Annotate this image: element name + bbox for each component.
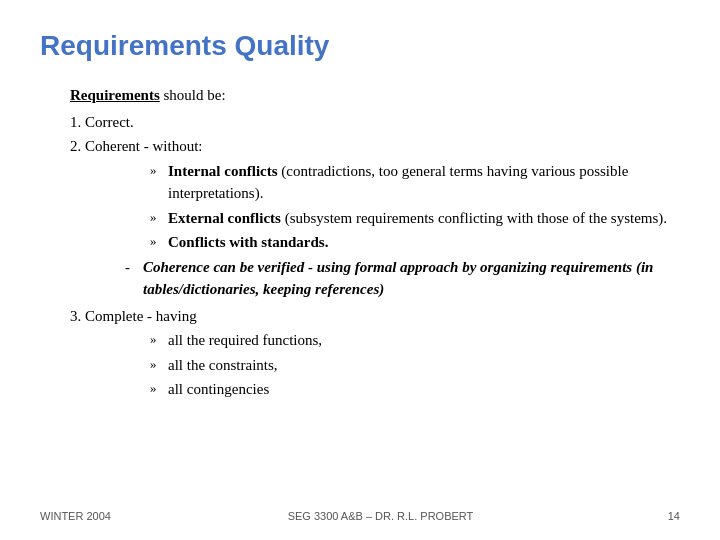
requirements-label: Requirements — [70, 87, 160, 103]
item3-bullet-3: » all contingencies — [150, 378, 680, 401]
item3-text-3: all contingencies — [168, 378, 680, 401]
bullet-internal: » Internal conflicts (contradictions, to… — [150, 160, 680, 205]
page-title: Requirements Quality — [40, 30, 680, 62]
footer-right: 14 — [650, 510, 680, 522]
bullet-sym-2: » — [150, 207, 168, 227]
item3-bullet-1: » all the required functions, — [150, 329, 680, 352]
item3-sym-2: » — [150, 354, 168, 374]
intro-line: Requirements should be: — [70, 84, 680, 107]
bullet-sym-3: » — [150, 231, 168, 251]
footer-left: WINTER 2004 — [40, 510, 111, 522]
bullet-section: » Internal conflicts (contradictions, to… — [70, 160, 680, 254]
term-external: External conflicts — [168, 210, 281, 226]
dash-section: - Coherence can be verified - using form… — [70, 256, 680, 301]
bullet-text-3: Conflicts with standards. — [168, 231, 680, 254]
intro-rest: should be: — [160, 87, 226, 103]
item-1: 1. Correct. — [70, 111, 680, 134]
bullet-conflicts: » Conflicts with standards. — [150, 231, 680, 254]
bullet-text-1: Internal conflicts (contradictions, too … — [168, 160, 680, 205]
bullet-sym-1: » — [150, 160, 168, 180]
item3-sym-1: » — [150, 329, 168, 349]
item-3-header: 3. Complete - having — [70, 305, 680, 328]
footer-center: SEG 3300 A&B – DR. R.L. PROBERT — [111, 510, 650, 522]
item-2-header: 2. Coherent - without: — [70, 135, 680, 158]
content-area: Requirements should be: 1. Correct. 2. C… — [40, 84, 680, 401]
bullet-rest-2: (subsystem requirements conflicting with… — [281, 210, 667, 226]
term-conflicts: Conflicts with standards. — [168, 234, 328, 250]
footer: WINTER 2004 SEG 3300 A&B – DR. R.L. PROB… — [0, 510, 720, 522]
item3-sym-3: » — [150, 378, 168, 398]
item3-text-2: all the constraints, — [168, 354, 680, 377]
dash-sym: - — [125, 256, 143, 279]
item3-bullet-section: » all the required functions, » all the … — [70, 329, 680, 401]
slide: Requirements Quality Requirements should… — [0, 0, 720, 540]
bullet-external: » External conflicts (subsystem requirem… — [150, 207, 680, 230]
item3-bullet-2: » all the constraints, — [150, 354, 680, 377]
bullet-text-2: External conflicts (subsystem requiremen… — [168, 207, 680, 230]
term-internal: Internal conflicts — [168, 163, 278, 179]
dash-text: Coherence can be verified - using formal… — [143, 256, 680, 301]
item3-text-1: all the required functions, — [168, 329, 680, 352]
